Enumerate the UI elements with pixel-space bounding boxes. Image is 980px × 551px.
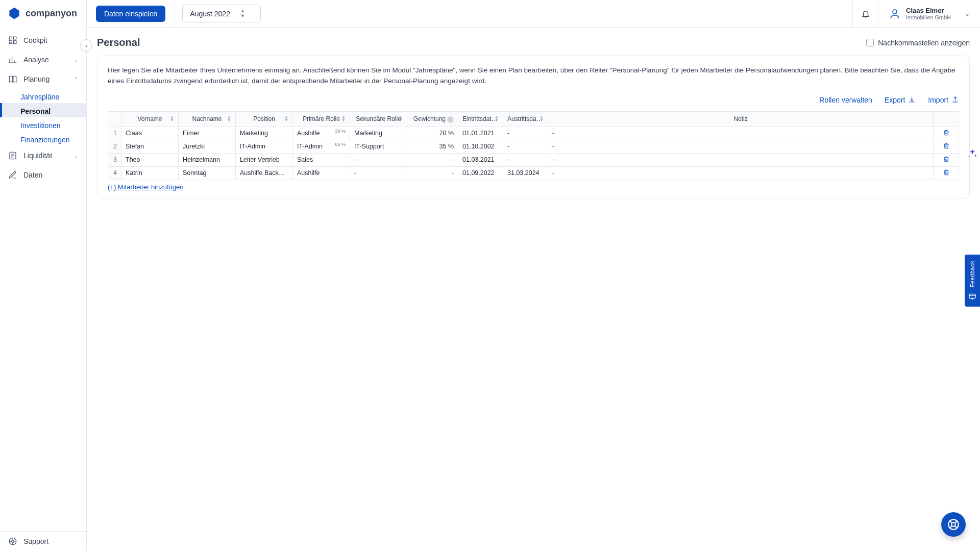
cell-ein[interactable]: 01.09.2022 <box>458 166 503 180</box>
user-name: Claas Eimer <box>906 7 951 15</box>
cell-prim[interactable]: Aushilfe <box>293 166 350 180</box>
description-text: Hier legen Sie alle Mitarbeiter Ihres Un… <box>108 65 959 87</box>
cell-ein[interactable]: 01.10.2002 <box>458 140 503 153</box>
th-sek[interactable]: Sekundäre Rolle▲▼ <box>350 111 407 127</box>
cell-vorname[interactable]: Claas <box>121 127 179 140</box>
sort-icon: ▲▼ <box>227 116 231 122</box>
cell-gew[interactable]: 70 % <box>407 127 458 140</box>
cell-aus[interactable]: 31.03.2024 <box>503 166 548 180</box>
th-position[interactable]: Position▲▼ <box>236 111 293 127</box>
sort-icon: ▲▼ <box>341 116 346 122</box>
logo[interactable]: companyon <box>0 0 86 27</box>
cell-gew[interactable]: - <box>407 166 458 180</box>
cell-vorname[interactable]: Stefan <box>121 140 179 153</box>
th-nachname[interactable]: Nachname▲▼ <box>179 111 236 127</box>
export-link[interactable]: Export <box>885 96 916 104</box>
cell-sek[interactable]: Marketing <box>350 127 407 140</box>
month-selector[interactable]: August 2022 ▲▼ <box>182 5 261 22</box>
cell-sek[interactable]: - <box>350 166 407 180</box>
manage-roles-link[interactable]: Rollen verwalten <box>819 96 872 104</box>
svg-rect-8 <box>969 294 975 298</box>
nav-liquiditat[interactable]: Liquidität ⌄ <box>0 146 86 165</box>
cell-gew[interactable]: 35 % <box>407 140 458 153</box>
cell-gew[interactable]: - <box>407 153 458 166</box>
cell-sek[interactable]: IT-Support <box>350 140 407 153</box>
cell-vorname[interactable]: Theo <box>121 153 179 166</box>
cell-notiz[interactable]: - <box>548 127 934 140</box>
logo-text: companyon <box>26 8 77 19</box>
user-company: Immobilien GmbH <box>906 14 951 20</box>
cell-aus[interactable]: - <box>503 127 548 140</box>
nav-personal[interactable]: Personal <box>0 103 86 117</box>
import-data-button[interactable]: Daten einspielen <box>96 6 165 22</box>
feedback-tab[interactable]: Feedback <box>965 255 980 307</box>
cell-nachname[interactable]: Heinzelmann <box>179 153 236 166</box>
cell-aus[interactable]: - <box>503 140 548 153</box>
cell-notiz[interactable]: - <box>548 153 934 166</box>
svg-point-10 <box>951 522 955 527</box>
cell-nachname[interactable]: Juretzki <box>179 140 236 153</box>
month-value: August 2022 <box>190 10 230 18</box>
help-fab[interactable] <box>941 512 966 537</box>
dashboard-icon <box>8 36 17 45</box>
cell-actions <box>934 140 959 153</box>
cell-nachname[interactable]: Eimer <box>179 127 236 140</box>
cell-nachname[interactable]: Sonntag <box>179 166 236 180</box>
personal-card: Hier legen Sie alle Mitarbeiter Ihres Un… <box>97 56 970 198</box>
cell-notiz[interactable]: - <box>548 166 934 180</box>
cell-position[interactable]: Leiter Vertrieb <box>236 153 293 166</box>
nav-daten[interactable]: Daten <box>0 165 86 185</box>
nav-cockpit[interactable]: Cockpit <box>0 31 86 50</box>
info-icon: i <box>447 116 454 123</box>
delete-row-button[interactable] <box>943 170 950 178</box>
cell-sek[interactable]: - <box>350 153 407 166</box>
user-menu[interactable]: Claas Eimer Immobilien GmbH ⌄ <box>878 0 980 27</box>
th-ein[interactable]: Eintrittsdatum▲▼ <box>458 111 503 127</box>
th-gew[interactable]: Gewichtungi <box>407 111 458 127</box>
sort-caret-icon: ▲▼ <box>240 9 245 18</box>
th-prim[interactable]: Primäre Rolle▲▼ <box>293 111 350 127</box>
cell-position[interactable]: Aushilfe Backoffice <box>236 166 293 180</box>
nav-planung[interactable]: Planung ⌃ <box>0 69 86 89</box>
nav-support[interactable]: Support <box>0 532 86 551</box>
cell-ein[interactable]: 01.01.2021 <box>458 127 503 140</box>
nav-jahresplane[interactable]: Jahrespläne <box>0 89 86 103</box>
th-aus[interactable]: Austrittsdat…▲▼ <box>503 111 548 127</box>
import-link[interactable]: Import <box>928 96 959 104</box>
delete-row-button[interactable] <box>943 131 950 138</box>
cell-index: 4 <box>108 166 121 180</box>
delete-row-button[interactable] <box>943 157 950 164</box>
svg-rect-1 <box>14 37 16 39</box>
decimals-label: Nachkommastellen anzeigen <box>878 39 970 47</box>
cell-vorname[interactable]: Katrin <box>121 166 179 180</box>
table-row: 4KatrinSonntagAushilfe BackofficeAushilf… <box>108 166 959 180</box>
upload-icon <box>951 96 959 104</box>
cell-prim[interactable]: Sales <box>293 153 350 166</box>
cell-position[interactable]: Marketing <box>236 127 293 140</box>
decimals-toggle[interactable]: Nachkommastellen anzeigen <box>866 39 970 47</box>
cell-notiz[interactable]: - <box>548 140 934 153</box>
svg-rect-2 <box>14 41 16 44</box>
cell-prim[interactable]: IT-Admin65 % <box>293 140 350 153</box>
delete-row-button[interactable] <box>943 144 950 151</box>
th-vorname[interactable]: Vorname▲▼ <box>121 111 179 127</box>
sort-icon: ▲▼ <box>399 116 403 122</box>
add-employee-link[interactable]: (+) Mitarbeiter hinzufügen <box>108 180 184 192</box>
sidebar-collapse-button[interactable]: ‹ <box>80 39 92 52</box>
cell-index: 3 <box>108 153 121 166</box>
th-notiz: Notiz <box>548 111 934 127</box>
chevron-down-icon: ⌄ <box>74 153 78 159</box>
cell-ein[interactable]: 01.03.2021 <box>458 153 503 166</box>
ai-sparkle-button[interactable] <box>967 148 978 159</box>
nav-investitionen[interactable]: Investitionen <box>0 117 86 132</box>
nav-analyse[interactable]: Analyse ⌄ <box>0 50 86 69</box>
nav-label: Liquidität <box>23 152 52 160</box>
svg-rect-3 <box>9 42 12 44</box>
cell-prim[interactable]: Aushilfe30 % <box>293 127 350 140</box>
nav-finanzierungen[interactable]: Finanzierungen <box>0 132 86 146</box>
book-icon <box>8 74 17 84</box>
notifications-button[interactable] <box>852 0 878 27</box>
nav-label: Cockpit <box>23 36 47 44</box>
cell-aus[interactable]: - <box>503 153 548 166</box>
cell-position[interactable]: IT-Admin <box>236 140 293 153</box>
